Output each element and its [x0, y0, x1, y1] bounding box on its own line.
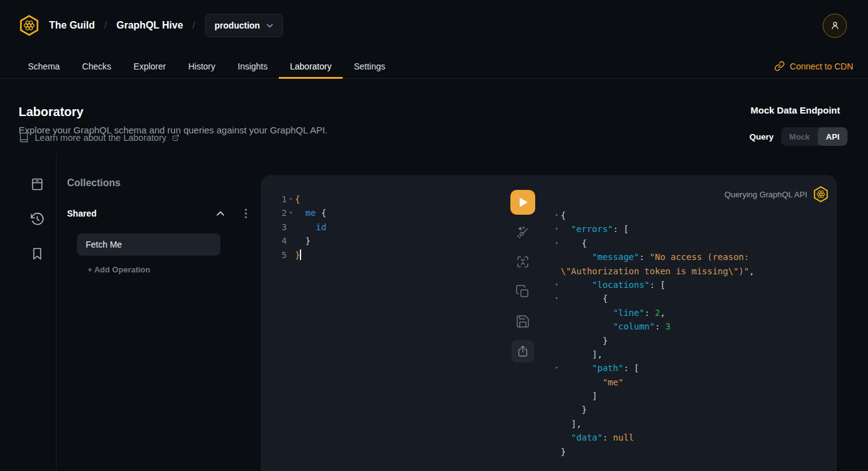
fold-arrow-icon[interactable]: ▾	[553, 236, 561, 250]
response-line-row: ▾ {	[553, 236, 754, 250]
code-line[interactable]: me {	[295, 206, 327, 220]
execute-query-button[interactable]	[510, 190, 535, 215]
code-line[interactable]: \"Authorization token is missing\")",	[561, 264, 754, 278]
code-line[interactable]: "locations": [	[561, 278, 666, 292]
code-line[interactable]: ],	[561, 348, 602, 361]
line-number: 4	[272, 234, 287, 248]
history-icon[interactable]	[30, 212, 45, 227]
tab-history[interactable]: History	[177, 54, 227, 78]
line-number: 3	[272, 220, 287, 234]
response-line-row: ▾ "locations": [	[553, 278, 754, 292]
top-bar: The Guild / GraphQL Hive / production	[0, 0, 868, 51]
project-name[interactable]: GraphQL Hive	[117, 20, 183, 31]
fold-arrow-icon[interactable]: ▾	[553, 209, 561, 222]
code-line[interactable]: {	[561, 292, 608, 305]
fold-arrow-icon[interactable]: ▾	[553, 361, 561, 375]
response-viewer[interactable]: ▾{▾ "errors": [▾ { "message": "No access…	[553, 209, 754, 459]
fold-gutter	[553, 306, 561, 320]
fold-gutter	[553, 375, 561, 389]
tab-laboratory[interactable]: Laboratory	[279, 54, 343, 78]
code-line[interactable]: "line": 2,	[561, 306, 666, 320]
user-avatar-button[interactable]	[823, 14, 847, 38]
fold-arrow-icon[interactable]: ▾	[553, 292, 561, 305]
learn-more-label: Learn more about the Laboratory	[35, 133, 166, 143]
code-line[interactable]: ],	[561, 417, 582, 431]
response-line-row: ],	[553, 417, 754, 431]
code-line[interactable]: }	[295, 248, 301, 262]
fold-arrow-icon[interactable]: ▾	[553, 222, 561, 236]
book-icon	[19, 132, 29, 143]
code-line[interactable]: "path": [	[561, 361, 639, 375]
code-line[interactable]: "errors": [	[561, 222, 629, 236]
response-line-row: "column": 3	[553, 320, 754, 333]
fold-gutter	[553, 334, 561, 348]
fold-arrow-icon[interactable]: ▾	[287, 206, 295, 220]
target-selector[interactable]: production	[205, 14, 283, 37]
query-line-row: 5}	[272, 248, 327, 262]
toggle-option-mock[interactable]: Mock	[781, 127, 818, 146]
learn-more-link[interactable]: Learn more about the Laboratory	[19, 132, 179, 143]
hive-logo-icon[interactable]	[19, 15, 40, 36]
response-status-label: Querying GraphQL API	[725, 190, 807, 199]
bookmark-icon[interactable]	[30, 246, 45, 261]
response-line-row: "data": null	[553, 431, 754, 444]
code-line[interactable]: }	[561, 403, 587, 416]
fold-gutter	[553, 264, 561, 278]
response-line-row: ▾{	[553, 209, 754, 222]
breadcrumb: The Guild / GraphQL Hive / production	[19, 14, 823, 37]
breadcrumb-separator: /	[104, 19, 107, 32]
tab-settings[interactable]: Settings	[343, 54, 397, 78]
org-name[interactable]: The Guild	[49, 20, 95, 31]
chevron-down-icon	[266, 24, 273, 28]
collection-operation-item[interactable]: Fetch Me	[77, 233, 220, 256]
code-line[interactable]: {	[561, 236, 587, 250]
tab-checks[interactable]: Checks	[71, 54, 122, 78]
code-line[interactable]: }	[561, 445, 566, 459]
tab-insights[interactable]: Insights	[227, 54, 279, 78]
code-line[interactable]: {	[295, 192, 300, 206]
merge-fragments-icon[interactable]	[515, 254, 530, 269]
collection-group-label: Shared	[67, 209, 216, 218]
fold-arrow-icon[interactable]: ▾	[553, 278, 561, 292]
copy-query-icon[interactable]	[515, 284, 530, 299]
query-line-row: 2▾ me {	[272, 206, 327, 220]
query-label: Query	[749, 132, 774, 141]
project-nav: SchemaChecksExplorerHistoryInsightsLabor…	[0, 54, 868, 79]
code-line[interactable]: "data": null	[561, 431, 634, 444]
hive-logo-icon	[813, 186, 829, 202]
fold-gutter	[553, 389, 561, 403]
prettify-icon[interactable]	[515, 225, 530, 240]
code-line[interactable]: "me"	[561, 375, 623, 389]
code-line[interactable]: ]	[561, 389, 597, 403]
fold-gutter	[553, 417, 561, 431]
fold-gutter	[553, 320, 561, 333]
code-line[interactable]: {	[561, 209, 566, 222]
code-line[interactable]: id	[295, 220, 327, 234]
graphiql-panel: 1▾{2▾ me {3 id4 }5}	[261, 175, 837, 471]
toggle-option-api[interactable]: API	[818, 127, 848, 146]
connect-to-cdn-button[interactable]: Connect to CDN	[774, 54, 853, 78]
response-line-row: ▾ "errors": [	[553, 222, 754, 236]
fold-arrow-icon[interactable]: ▾	[287, 192, 295, 206]
play-icon	[517, 197, 528, 208]
fold-gutter	[287, 248, 295, 262]
share-button[interactable]	[512, 340, 534, 362]
fold-gutter	[553, 348, 561, 361]
tab-explorer[interactable]: Explorer	[122, 54, 177, 78]
tab-schema[interactable]: Schema	[17, 54, 71, 78]
target-selector-value: production	[215, 20, 260, 30]
link-icon	[774, 61, 785, 71]
code-line[interactable]: }	[561, 334, 608, 348]
docs-icon[interactable]	[30, 177, 45, 192]
code-line[interactable]: "column": 3	[561, 320, 671, 333]
query-editor[interactable]: 1▾{2▾ me {3 id4 }5}	[272, 192, 327, 262]
code-line[interactable]: }	[295, 234, 310, 248]
add-operation-button[interactable]: + Add Operation	[88, 265, 150, 274]
collection-group-row[interactable]: Shared	[67, 209, 247, 218]
tab-list: SchemaChecksExplorerHistoryInsightsLabor…	[17, 54, 397, 78]
kebab-menu-icon[interactable]	[245, 209, 247, 218]
code-line[interactable]: "message": "No access (reason:	[561, 250, 749, 264]
chevron-up-icon[interactable]	[216, 210, 225, 217]
save-icon[interactable]	[515, 314, 530, 329]
connect-to-cdn-label: Connect to CDN	[790, 61, 853, 71]
